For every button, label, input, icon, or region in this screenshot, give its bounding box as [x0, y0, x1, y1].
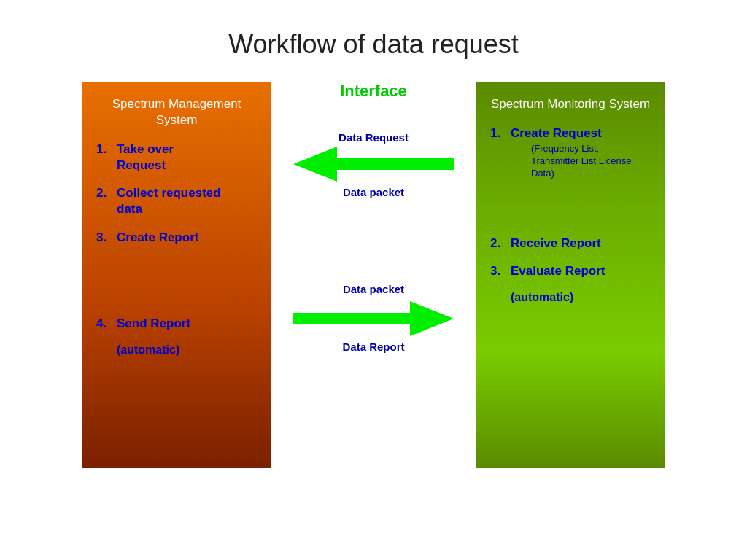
list-item: 4. Send Report — [96, 316, 257, 332]
item-text: Create Request — [511, 126, 602, 140]
item-text: Evaluate Report — [511, 263, 605, 279]
list-item: 2. Collect requesteddata — [96, 185, 257, 217]
interface-label: Interface — [340, 82, 407, 101]
list-item: 1. Take overRequest — [96, 141, 257, 174]
diagram-container: Spectrum Management System 1. Take overR… — [0, 82, 747, 468]
list-item: 1. Create Request (Frequency List,Transm… — [490, 125, 651, 180]
page-title: Workflow of data request — [0, 0, 747, 74]
item-sub: (automatic) — [117, 343, 257, 357]
data-packet-top-label: Data packet — [343, 186, 404, 198]
item-number: 1. — [490, 126, 511, 141]
list-item: 3. Create Report — [96, 230, 257, 246]
left-panel-title: Spectrum Management System — [96, 96, 257, 128]
left-panel-items: 1. Take overRequest 2. Collect requested… — [96, 141, 257, 357]
item-number: 1. — [96, 142, 117, 157]
item-number: 2. — [96, 186, 117, 201]
item-text: Take overRequest — [117, 141, 174, 174]
svg-marker-1 — [293, 301, 454, 336]
data-report-arrow — [293, 301, 454, 336]
item-text: Receive Report — [511, 236, 601, 252]
list-item: 3. Evaluate Report — [490, 263, 651, 279]
arrow-section-bottom: Data packet Data Report — [271, 261, 476, 378]
item-number: 2. — [490, 236, 511, 251]
right-panel-title: Spectrum Monitoring System — [490, 96, 651, 112]
right-panel: Spectrum Monitoring System 1. Create Req… — [476, 82, 665, 468]
item-sub: (automatic) — [511, 291, 651, 304]
item-text: Collect requesteddata — [117, 185, 221, 217]
list-item: 2. Receive Report — [490, 236, 651, 252]
item-number: 3. — [96, 230, 117, 245]
right-panel-items: 1. Create Request (Frequency List,Transm… — [490, 125, 651, 304]
left-panel: Spectrum Management System 1. Take overR… — [82, 82, 271, 468]
data-request-arrow — [293, 147, 454, 182]
data-packet-bottom-label: Data packet — [343, 283, 404, 295]
item-text: Create Report — [117, 230, 198, 246]
item-number: 4. — [96, 316, 117, 331]
item-text: Send Report — [117, 316, 190, 332]
middle-area: Interface Data Request Data packet Data … — [271, 82, 476, 468]
data-request-label: Data Request — [338, 131, 409, 144]
item-sub-small: (Frequency List,Transmitter List License… — [531, 143, 632, 180]
data-report-label: Data Report — [342, 341, 404, 353]
item-number: 3. — [490, 264, 511, 279]
svg-marker-0 — [293, 147, 454, 182]
arrow-section-top: Data Request Data packet — [271, 115, 476, 217]
